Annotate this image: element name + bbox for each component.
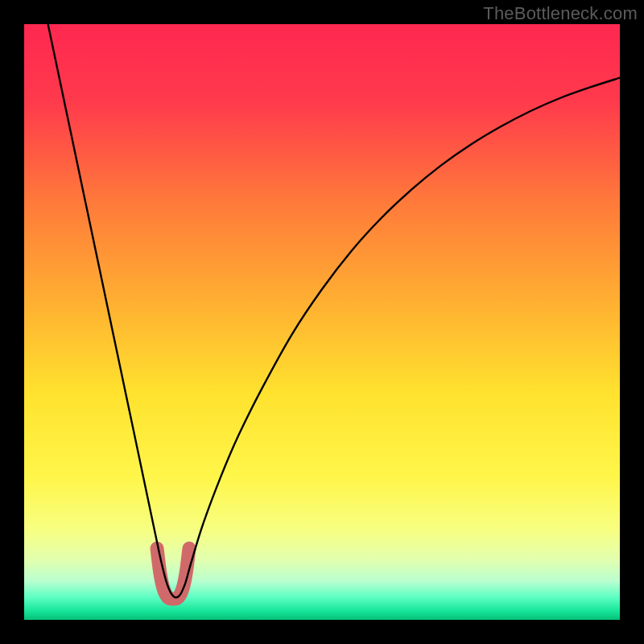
watermark-text: TheBottleneck.com (483, 3, 638, 24)
bottleneck-curve (48, 24, 620, 597)
chart-plot (24, 24, 620, 620)
valley-marker (157, 548, 189, 599)
chart-frame (24, 24, 620, 620)
